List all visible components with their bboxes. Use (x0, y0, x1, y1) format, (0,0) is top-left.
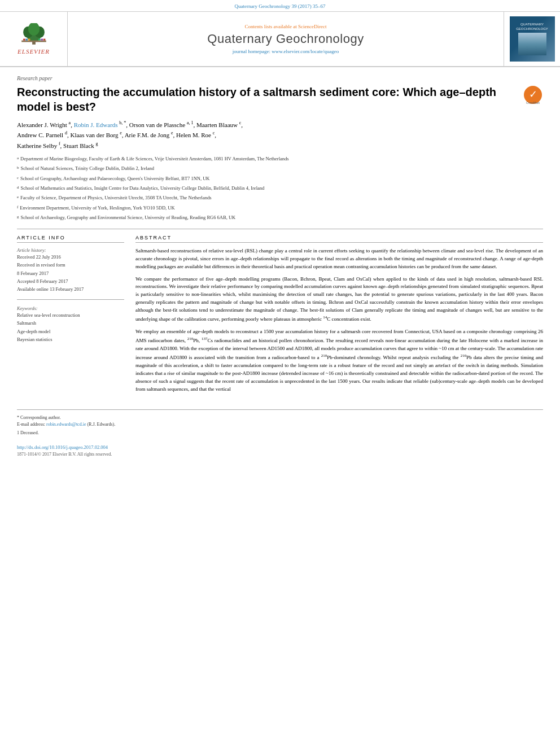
top-citation-bar: Quaternary Geochronology 39 (2017) 35–67 (0, 0, 560, 12)
doi-link[interactable]: http://dx.doi.org/10.1016/j.quageo.2017.… (17, 444, 543, 450)
affiliation-c: c School of Geography, Archaeology and P… (17, 175, 543, 184)
paper-type-label: Research paper (17, 75, 543, 81)
elsevier-logo-area: ELSEVIER (0, 12, 68, 66)
available-online: Available online 13 February 2017 (17, 285, 124, 293)
revised-label: Received in revised form (17, 261, 124, 269)
keyword-4: Bayesian statistics (17, 335, 124, 343)
affiliation-e: e Faculty of Science, Department of Phys… (17, 194, 543, 203)
svg-text:✓: ✓ (529, 89, 537, 100)
affiliation-g: g School of Archaeology, Geography and E… (17, 214, 543, 222)
deceased-footnote: 1 Deceased. (17, 430, 543, 436)
journal-cover-thumb: QUATERNARYGEOCHRONOLOGY (510, 16, 555, 62)
affiliations-section: a Department of Marine Biogeology, Facul… (17, 155, 543, 223)
abstract-header: ABSTRACT (135, 235, 543, 243)
keyword-1: Relative sea-level reconstruction (17, 311, 124, 319)
elsevier-tree-icon (17, 23, 51, 46)
article-title-row: Reconstructing the accumulation history … (17, 85, 543, 114)
affiliation-d: d School of Mathematics and Statistics, … (17, 185, 543, 193)
keywords-section: Keywords: Relative sea-level reconstruct… (17, 305, 124, 344)
keywords-label: Keywords: (17, 305, 124, 311)
svg-rect-10 (41, 39, 43, 41)
homepage-url: www.elsevier.com/locate/quageo (272, 49, 339, 54)
abstract-para-2: We compare the performance of five age–d… (135, 276, 543, 324)
abstract-column: ABSTRACT Saltmarsh-based reconstructions… (135, 235, 543, 398)
authors-line: Alexander J. Wright a, Robin J. Edwards … (17, 120, 543, 151)
email-link[interactable]: robin.edwards@tcd.ie (46, 422, 86, 427)
article-history-section: Article history: Received 22 July 2016 R… (17, 247, 124, 294)
svg-rect-11 (43, 39, 45, 41)
affiliation-f: f Environment Department, University of … (17, 204, 543, 213)
svg-text:CrossMark: CrossMark (526, 101, 540, 104)
journal-info-center: Contents lists available at ScienceDirec… (68, 12, 504, 66)
svg-rect-7 (25, 39, 28, 41)
journal-title: Quaternary Geochronology (207, 32, 364, 46)
accepted-date: Accepted 8 February 2017 (17, 277, 124, 285)
main-content: Research paper Reconstructing the accumu… (0, 67, 560, 468)
footer-divider (17, 409, 543, 410)
svg-rect-8 (28, 39, 30, 41)
history-dates: Received 22 July 2016 Received in revise… (17, 253, 124, 294)
section-divider (17, 229, 543, 229)
keywords-divider (17, 299, 124, 300)
elsevier-brand-text: ELSEVIER (18, 48, 50, 55)
revised-date: 8 February 2017 (17, 269, 124, 277)
abstract-para-1: Saltmarsh-based reconstructions of relat… (135, 247, 543, 271)
affiliation-a: a Department of Marine Biogeology, Facul… (17, 155, 543, 164)
svg-rect-5 (21, 41, 46, 42)
history-label: Article history: (17, 247, 124, 253)
corresponding-author: Robin J. Edwards (74, 121, 118, 128)
affiliation-b: b School of Natural Sciences, Trinity Co… (17, 165, 543, 173)
abstract-text: Saltmarsh-based reconstructions of relat… (135, 247, 543, 394)
journal-thumbnail-area: QUATERNARYGEOCHRONOLOGY (504, 12, 560, 66)
sciencedirect-name: ScienceDirect (298, 24, 326, 29)
journal-citation: Quaternary Geochronology 39 (2017) 35–67 (235, 3, 326, 9)
keywords-list: Relative sea-level reconstruction Saltma… (17, 311, 124, 344)
svg-rect-9 (38, 39, 41, 41)
abstract-para-3: We employ an ensemble of age-depth model… (135, 328, 543, 394)
thumb-cover-image (518, 33, 546, 55)
svg-rect-6 (23, 39, 25, 41)
article-body-columns: ARTICLE INFO Article history: Received 2… (17, 235, 543, 398)
article-title: Reconstructing the accumulation history … (17, 85, 517, 114)
homepage-link: journal homepage: www.elsevier.com/locat… (233, 49, 339, 54)
copyright-text: 1871-1014/© 2017 Elsevier B.V. All right… (17, 452, 543, 457)
keyword-3: Age-depth model (17, 327, 124, 335)
thumb-journal-name: QUATERNARYGEOCHRONOLOGY (516, 23, 548, 32)
keyword-2: Saltmarsh (17, 319, 124, 327)
received-date: Received 22 July 2016 (17, 253, 124, 261)
corresponding-footnote: * Corresponding author. E-mail address: … (17, 414, 543, 428)
article-info-column: ARTICLE INFO Article history: Received 2… (17, 235, 124, 398)
crossmark-icon: ✓ CrossMark (523, 85, 543, 105)
sciencedirect-link: Contents lists available at ScienceDirec… (245, 24, 327, 29)
journal-header: ELSEVIER Contents lists available at Sci… (0, 12, 560, 67)
article-info-header: ARTICLE INFO (17, 235, 124, 243)
